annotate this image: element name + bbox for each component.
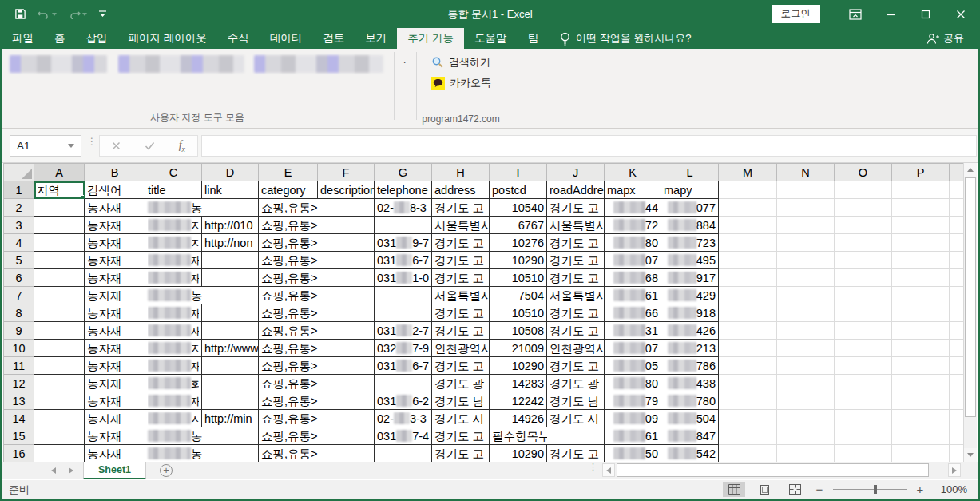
ribbon-tab-0[interactable]: 파일 [2, 28, 44, 49]
cell-O14[interactable] [835, 410, 892, 427]
cell-D6[interactable] [202, 269, 259, 287]
horizontal-scroll-thumb[interactable] [617, 463, 929, 477]
row-header-3[interactable]: 3 [4, 217, 34, 234]
cell-P10[interactable] [892, 340, 950, 357]
zoom-in-button[interactable]: + [915, 483, 926, 496]
tell-me-search[interactable]: 어떤 작업을 원하시나요? [549, 28, 702, 49]
cell-H9[interactable]: 경기도 고 [432, 322, 490, 340]
cell-F6[interactable] [318, 269, 375, 287]
cell-O3[interactable] [835, 217, 892, 234]
horizontal-scrollbar[interactable] [602, 463, 961, 477]
cell-I13[interactable]: 12242 [490, 392, 547, 410]
maximize-button[interactable] [908, 0, 943, 28]
cell-F7[interactable] [318, 287, 375, 304]
cell-G13[interactable]: 0316-2 [375, 392, 432, 410]
cell-E4[interactable]: 쇼핑,유통>농업용품 [259, 234, 318, 252]
cell-C5[interactable]: 재 [145, 252, 202, 269]
cell-F1[interactable]: description [318, 181, 375, 199]
col-header-N[interactable]: N [777, 164, 835, 181]
cell-D4[interactable]: http://non [202, 234, 259, 252]
customize-qat-icon[interactable] [98, 10, 107, 18]
row-header-12[interactable]: 12 [4, 375, 34, 392]
row-header-16[interactable]: 16 [4, 445, 34, 463]
cell-E12[interactable]: 쇼핑,유통>농업용품 [259, 375, 318, 392]
cell-H6[interactable]: 경기도 고 [432, 269, 490, 287]
cell-J7[interactable]: 서울특별시 [547, 287, 605, 304]
cell-H2[interactable]: 경기도 고 [432, 199, 490, 217]
cell-A5[interactable] [34, 252, 85, 269]
cell-A4[interactable] [34, 234, 85, 252]
cell-N13[interactable] [777, 392, 835, 410]
col-header-L[interactable]: L [661, 164, 719, 181]
ribbon-tab-7[interactable]: 보기 [355, 28, 397, 49]
cell-E16[interactable]: 쇼핑,유통>농업용품 [259, 445, 318, 463]
cell-J11[interactable]: 경기도 고 [547, 357, 605, 375]
cell-N8[interactable] [777, 304, 835, 322]
cell-K9[interactable]: 31 [605, 322, 661, 340]
cell-M11[interactable] [719, 357, 777, 375]
cell-C3[interactable]: 지 [145, 217, 202, 234]
cell-O16[interactable] [835, 445, 892, 463]
cell-I3[interactable]: 6767 [490, 217, 547, 234]
cell-B5[interactable]: 농자재 [85, 252, 145, 269]
col-header-A[interactable]: A [34, 164, 85, 181]
cell-B10[interactable]: 농자재 [85, 340, 145, 357]
cell-F14[interactable] [318, 410, 375, 427]
name-box[interactable]: A1 [10, 135, 81, 157]
cell-M4[interactable] [719, 234, 777, 252]
cell-G16[interactable] [375, 445, 432, 463]
cell-C14[interactable]: 지 [145, 410, 202, 427]
cell-L9[interactable]: 426 [661, 322, 719, 340]
cell-G7[interactable] [375, 287, 432, 304]
normal-view-icon[interactable] [723, 482, 745, 497]
cell-D2[interactable] [202, 199, 259, 217]
cell-E13[interactable]: 쇼핑,유통>농업용품 [259, 392, 318, 410]
cell-H7[interactable]: 서울특별시 [432, 287, 490, 304]
next-sheet-icon[interactable] [69, 467, 73, 474]
row-header-13[interactable]: 13 [4, 392, 34, 410]
cell-K1[interactable]: mapx [605, 181, 661, 199]
cell-N1[interactable] [777, 181, 835, 199]
page-layout-view-icon[interactable] [753, 482, 776, 497]
cell-D12[interactable] [202, 375, 259, 392]
sheet-tab-sheet1[interactable]: Sheet1 [83, 462, 146, 479]
cell-O4[interactable] [835, 234, 892, 252]
new-sheet-button[interactable]: + [160, 464, 173, 477]
cell-I2[interactable]: 10540 [490, 199, 547, 217]
page-break-view-icon[interactable] [784, 482, 806, 497]
cell-G8[interactable] [375, 304, 432, 322]
cell-J16[interactable]: 경기도 고 [547, 445, 605, 463]
cell-J6[interactable]: 경기도 고 [547, 269, 605, 287]
cell-F10[interactable] [318, 340, 375, 357]
col-header-G[interactable]: G [375, 164, 432, 181]
cell-N9[interactable] [777, 322, 835, 340]
row-header-4[interactable]: 4 [4, 234, 34, 252]
cell-K5[interactable]: 07 [605, 252, 661, 269]
cell-I14[interactable]: 14926 [490, 410, 547, 427]
zoom-slider[interactable] [833, 482, 907, 497]
cell-H10[interactable]: 인천광역시 [432, 340, 490, 357]
cell-N6[interactable] [777, 269, 835, 287]
col-header-E[interactable]: E [259, 164, 318, 181]
save-icon[interactable] [14, 8, 26, 20]
tab-scrollbar-grip[interactable]: ⋮ [589, 465, 597, 469]
cell-I16[interactable]: 10290 [490, 445, 547, 463]
cell-M2[interactable] [719, 199, 777, 217]
cell-P4[interactable] [892, 234, 950, 252]
cell-J3[interactable]: 서울특별시 [547, 217, 605, 234]
cell-E9[interactable]: 쇼핑,유통>농업용품 [259, 322, 318, 340]
cell-A11[interactable] [34, 357, 85, 375]
cell-M7[interactable] [719, 287, 777, 304]
ribbon-tab-6[interactable]: 검토 [312, 28, 355, 49]
cell-G12[interactable] [375, 375, 432, 392]
row-header-8[interactable]: 8 [4, 304, 34, 322]
blurred-toolbar-buttons[interactable] [118, 55, 244, 73]
formula-bar-grip[interactable]: ⋮ [87, 139, 97, 144]
cell-B1[interactable]: 검색어 [85, 181, 145, 199]
ribbon-tab-8[interactable]: 추가 기능 [397, 28, 464, 49]
ribbon-overflow-button[interactable]: . [399, 54, 410, 66]
cell-O13[interactable] [835, 392, 892, 410]
scroll-up-icon[interactable] [964, 163, 977, 177]
cell-M13[interactable] [719, 392, 777, 410]
cell-J2[interactable]: 경기도 고 [547, 199, 605, 217]
